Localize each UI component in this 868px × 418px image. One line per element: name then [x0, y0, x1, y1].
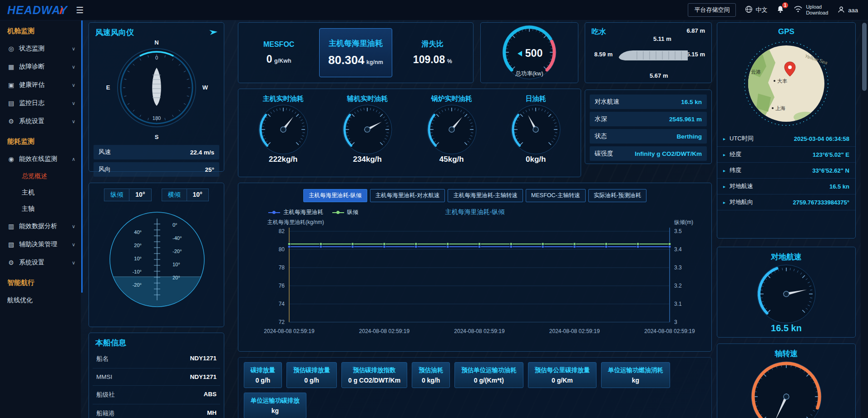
metric-value: 0 g/h [251, 377, 275, 384]
row-label: 碳强度 [595, 149, 613, 158]
svg-text:10°: 10° [173, 262, 180, 267]
page-scrollbar[interactable] [861, 20, 868, 418]
user-icon [837, 5, 845, 15]
info-row: 风向25° [94, 162, 219, 177]
svg-text:主机每海里油耗(kg/nm): 主机每海里油耗(kg/nm) [267, 219, 324, 225]
user-menu[interactable]: aaa [837, 5, 858, 15]
legend-item[interactable]: 纵倾 [332, 209, 359, 216]
gauge-title: 辅机实时油耗 [326, 90, 410, 104]
svg-text:80: 80 [279, 246, 285, 253]
notifications-button[interactable]: 1 [776, 5, 784, 15]
chart-tabs: 主机每海里油耗-纵倾主机每海里油耗-对水航速主机每海里油耗-主轴转速MESFOC… [238, 189, 711, 202]
svg-text:82: 82 [279, 228, 285, 234]
chart-legend: 主机每海里油耗纵倾 [268, 209, 359, 216]
info-row: 对水航速16.5 kn [590, 95, 707, 109]
row-value: 123°6'5.02" E [813, 151, 849, 158]
sidebar-item-label: 系统设置 [19, 259, 68, 267]
trim-value: 10° [187, 189, 209, 201]
svg-text:78: 78 [279, 264, 285, 271]
svg-text:72: 72 [279, 319, 285, 325]
chart-tab[interactable]: 主机每海里油耗-对水航速 [370, 189, 445, 202]
username: aaa [848, 7, 858, 14]
fuel-gauge: 锅炉实时油耗45kg/h [409, 90, 494, 164]
metric-label: 预估油耗 [419, 366, 443, 374]
sidebar-item[interactable]: ▧辅助决策管理∨ [0, 235, 81, 254]
panel-title: GPS [717, 23, 855, 38]
chart-tab[interactable]: MESFOC-主轴转速 [526, 189, 586, 202]
sidebar-item[interactable]: ◎状态监测∨ [0, 40, 81, 58]
language-switcher[interactable]: 中文 [745, 5, 767, 15]
energy-online-icon: ◉ [7, 155, 15, 163]
row-value: MH [207, 409, 217, 418]
sidebar-item[interactable]: ▦故障诊断∨ [0, 58, 81, 76]
system-settings-icon: ⚙ [7, 259, 15, 266]
row-label: 船名 [96, 355, 108, 363]
sidebar-item[interactable]: ⚙系统设置∨ [0, 254, 81, 272]
sidebar-item[interactable]: ◉能效在线监测∧ [0, 150, 81, 168]
info-row: 船籍港MH [93, 404, 220, 418]
chevron-down-icon: ∨ [72, 260, 75, 266]
arrow-icon: ▸ [723, 152, 725, 157]
sidebar-item[interactable]: ⚙系统设置∨ [0, 112, 81, 130]
info-row: ▸UTC时间2025-03-04 06:34:58 [717, 131, 855, 147]
menu-toggle-icon[interactable]: ☰ [76, 5, 84, 15]
chevron-down-icon: ∨ [72, 64, 75, 70]
legend-item[interactable]: 主机每海里油耗 [268, 209, 323, 216]
info-row: ▸纬度33°6'52.62" N [717, 163, 855, 179]
sog-gauge-dial [756, 264, 816, 326]
language-label: 中文 [755, 6, 767, 14]
sidebar-item[interactable]: ▤监控日志∨ [0, 94, 81, 112]
sidebar-item[interactable]: ▣健康评估∨ [0, 76, 81, 94]
metric-card: 单位运输功燃油消耗kg [601, 362, 670, 388]
trim-label: 纵倾 [104, 189, 129, 201]
row-value: NDY1271 [190, 355, 217, 363]
gps-map: Yellow Sea云港大丰上海 [717, 38, 855, 130]
gauge-dial [409, 104, 494, 157]
metric-label: 预估碳排放指数 [348, 366, 400, 374]
sidebar-subitem[interactable]: 主机 [0, 184, 81, 201]
fuel-gauge: 辅机实时油耗234kg/h [326, 90, 410, 164]
chart-tab[interactable]: 实际油耗-预测油耗 [588, 189, 646, 202]
sidebar-subitem[interactable]: 总览概述 [0, 168, 81, 184]
row-value: 2025-03-04 06:34:58 [794, 135, 849, 142]
storage-button[interactable]: 平台存储空间 [688, 3, 736, 17]
content-accent-divider [81, 20, 83, 293]
metric-value: kg [251, 407, 300, 414]
sidebar-item-label: 能效数据分析 [19, 222, 68, 230]
main-content: 风速风向仪 NEWS0180 风速22.4 m/s风向25° MESFOC0 g… [81, 20, 861, 418]
chart-tab[interactable]: 主机每海里油耗-主轴转速 [448, 189, 523, 202]
svg-text:上海: 上海 [775, 105, 785, 111]
navigation-info-panel: 对水航速16.5 kn水深2545.961 m状态Berthing碳强度Infi… [585, 90, 712, 164]
svg-text:500: 500 [525, 47, 542, 59]
kpi-cell: 主机每海里油耗80.304 kg/nm [319, 28, 392, 77]
chart-tab[interactable]: 主机每海里油耗-纵倾 [303, 189, 367, 202]
scrollbar-thumb[interactable] [862, 23, 867, 91]
gauge-value: 234kg/h [326, 155, 410, 164]
metric-label: 单位运输功碳排放 [251, 397, 300, 405]
upload-label: Upload [806, 4, 828, 10]
svg-text:S: S [154, 134, 158, 140]
metric-card: 碳排放量0 g/h [244, 362, 282, 388]
row-value: 33°6'52.62" N [812, 167, 849, 174]
chevron-down-icon: ∨ [72, 224, 75, 229]
sidebar-item[interactable]: 航线优化 [0, 291, 81, 309]
info-row: ▸对地航向2759.767333984375° [717, 194, 855, 210]
svg-text:3.4: 3.4 [674, 246, 682, 253]
sidebar-section-title: 智能航行 [0, 272, 81, 291]
sidebar-item[interactable]: ▥能效数据分析∨ [0, 217, 81, 235]
ship-info-panel: 本船信息 船名NDY1271MMSINDY1271船级社ABS船籍港MH [89, 333, 224, 418]
svg-text:20°: 20° [173, 275, 180, 280]
sidebar-item-label: 能效在线监测 [19, 155, 68, 163]
panel-title: 本船信息 [89, 333, 224, 350]
gps-panel: GPS Yellow Sea云港大丰上海 ▸UTC时间2025-03-04 06… [717, 22, 856, 239]
sidebar-subitem[interactable]: 主轴 [0, 201, 81, 217]
energy-analysis-icon: ▥ [7, 223, 15, 230]
upload-download[interactable]: Upload Download [794, 4, 828, 16]
kpi-label: 主机每海里油耗 [329, 38, 383, 49]
gauge-value: 0kg/h [494, 155, 578, 164]
svg-text:3.1: 3.1 [674, 301, 682, 307]
chevron-down-icon: ∨ [72, 82, 75, 88]
draft-panel: 吃水 6.87 m 5.11 m 8.59 m 5.15 m 5.67 m [585, 22, 712, 83]
chart-plot-area: 主机每海里油耗(kg/nm)纵倾(m)8280787674723.53.43.3… [238, 218, 712, 348]
row-label: 风向 [99, 165, 111, 174]
